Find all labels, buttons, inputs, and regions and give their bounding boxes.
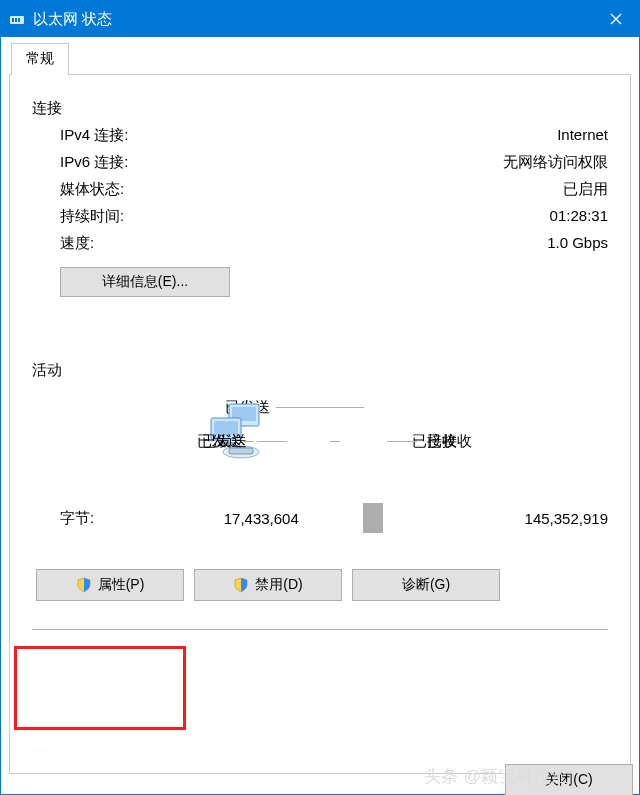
- tab-strip: 常规: [9, 43, 631, 75]
- bytes-separator: [363, 503, 383, 533]
- tab-general[interactable]: 常规: [11, 43, 69, 75]
- value-ipv6: 无网络访问权限: [503, 153, 608, 172]
- properties-button-label: 属性(P): [98, 576, 145, 594]
- bytes-label: 字节:: [60, 509, 94, 528]
- disable-button[interactable]: 禁用(D): [194, 569, 342, 601]
- diagnose-button-label: 诊断(G): [402, 576, 450, 594]
- label-media: 媒体状态:: [60, 180, 124, 199]
- disable-button-label: 禁用(D): [255, 576, 302, 594]
- label-ipv6: IPv6 连接:: [60, 153, 128, 172]
- row-media: 媒体状态: 已启用: [60, 180, 608, 199]
- row-duration: 持续时间: 01:28:31: [60, 207, 608, 226]
- svg-rect-1: [12, 18, 14, 22]
- sent-col-header: 已发送: [202, 432, 247, 451]
- properties-button[interactable]: 属性(P): [36, 569, 184, 601]
- tab-general-label: 常规: [26, 50, 54, 66]
- separator-line: [32, 629, 608, 630]
- tab-panel-general: 连接 IPv4 连接: Internet IPv6 连接: 无网络访问权限 媒体…: [9, 74, 631, 774]
- bytes-sent: 17,433,604: [159, 510, 299, 527]
- svg-rect-3: [18, 18, 20, 22]
- row-ipv6: IPv6 连接: 无网络访问权限: [60, 153, 608, 172]
- action-buttons: 属性(P) 禁用(D) 诊断(G): [32, 569, 608, 601]
- shield-icon: [76, 577, 92, 593]
- section-connection-label: 连接: [32, 99, 608, 118]
- dialog-title: 以太网 状态: [33, 10, 593, 29]
- client-area: 常规 连接 IPv4 连接: Internet IPv6 连接: 无网络访问权限…: [1, 37, 639, 794]
- label-speed: 速度:: [60, 234, 94, 253]
- label-duration: 持续时间:: [60, 207, 124, 226]
- section-activity-label: 活动: [32, 361, 608, 380]
- diagnose-button[interactable]: 诊断(G): [352, 569, 500, 601]
- svg-rect-2: [15, 18, 17, 22]
- bytes-row: 字节: 17,433,604 145,352,919: [32, 503, 608, 533]
- received-col-header: 已接收: [427, 432, 472, 451]
- close-button[interactable]: [593, 1, 639, 37]
- label-ipv4: IPv4 连接:: [60, 126, 128, 145]
- close-dialog-button[interactable]: 关闭(C): [505, 764, 633, 795]
- ethernet-icon: [9, 11, 25, 27]
- value-duration: 01:28:31: [550, 207, 608, 224]
- value-speed: 1.0 Gbps: [547, 234, 608, 251]
- details-button-label: 详细信息(E)...: [102, 273, 188, 291]
- screenshot-highlight: [14, 646, 186, 730]
- shield-icon: [233, 577, 249, 593]
- value-ipv4: Internet: [557, 126, 608, 143]
- row-speed: 速度: 1.0 Gbps: [60, 234, 608, 253]
- row-ipv4: IPv4 连接: Internet: [60, 126, 608, 145]
- close-icon: [610, 13, 622, 25]
- value-media: 已启用: [563, 180, 608, 199]
- bytes-received: 145,352,919: [448, 510, 608, 527]
- titlebar: 以太网 状态: [1, 1, 639, 37]
- details-button[interactable]: 详细信息(E)...: [60, 267, 230, 297]
- close-dialog-label: 关闭(C): [545, 771, 592, 789]
- ethernet-status-dialog: 以太网 状态 常规 连接 IPv4 连接: Internet IPv6 连接: …: [0, 0, 640, 795]
